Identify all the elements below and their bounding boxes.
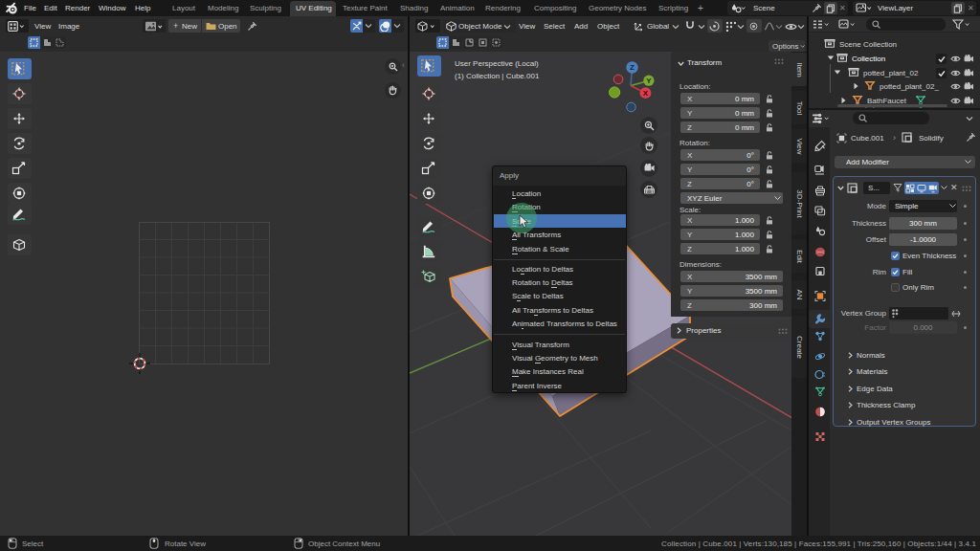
- svg-text:Y: Y: [646, 77, 652, 85]
- svg-text:X: X: [643, 89, 649, 98]
- svg-text:Z: Z: [630, 63, 635, 72]
